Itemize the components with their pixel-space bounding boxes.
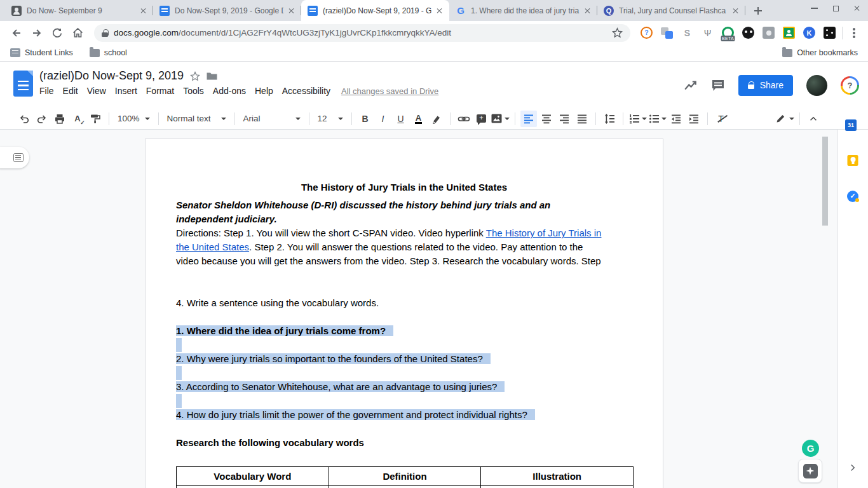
tab-close-icon[interactable] bbox=[585, 8, 591, 14]
tasks-panel-button[interactable]: ✓ bbox=[847, 191, 858, 202]
move-folder-icon[interactable] bbox=[207, 72, 217, 81]
menu-help[interactable]: Help bbox=[250, 85, 278, 97]
table-cell[interactable] bbox=[329, 486, 481, 488]
numbered-list-button[interactable] bbox=[628, 111, 647, 127]
highlight-color-button[interactable] bbox=[428, 111, 445, 127]
increase-indent-button[interactable] bbox=[686, 111, 702, 127]
tab-close-icon[interactable] bbox=[288, 8, 295, 14]
document-page[interactable]: The History of Jury Trials in the United… bbox=[145, 139, 663, 488]
classroom-extension-icon[interactable] bbox=[783, 27, 795, 39]
menu-format[interactable]: Format bbox=[142, 85, 179, 97]
clear-formatting-button[interactable]: T bbox=[713, 111, 729, 127]
show-outline-button[interactable] bbox=[0, 147, 29, 168]
font-size-select[interactable]: 12 bbox=[314, 111, 347, 127]
explore-button[interactable] bbox=[798, 459, 822, 483]
menu-addons[interactable]: Add-ons bbox=[208, 85, 250, 97]
google-docs-logo[interactable] bbox=[13, 71, 33, 97]
share-label: Share bbox=[760, 80, 783, 90]
zoom-select[interactable]: 100% bbox=[114, 111, 154, 127]
table-row[interactable] bbox=[177, 486, 634, 488]
help-button[interactable]: ? bbox=[841, 76, 859, 95]
tab-raziel-doc-active[interactable]: (raziel)Do Now-Sept 9, 2019 - G bbox=[301, 0, 449, 21]
insert-image-button[interactable] bbox=[491, 111, 510, 127]
add-comment-button[interactable] bbox=[473, 111, 490, 127]
help-extension-icon[interactable]: ? bbox=[641, 27, 653, 39]
line-spacing-button[interactable] bbox=[601, 111, 618, 127]
print-button[interactable] bbox=[51, 111, 68, 127]
align-right-button[interactable] bbox=[556, 111, 573, 127]
tab-google-search[interactable]: G 1. Where did the idea of jury tria bbox=[449, 0, 597, 21]
document-stats-icon[interactable] bbox=[684, 79, 698, 92]
share-button[interactable]: Share bbox=[738, 75, 793, 96]
other-bookmarks-button[interactable]: Other bookmarks bbox=[782, 48, 858, 57]
redo-button[interactable] bbox=[34, 111, 50, 127]
font-select[interactable]: Arial bbox=[240, 111, 304, 127]
translate-extension-icon[interactable] bbox=[661, 27, 673, 39]
close-window-button[interactable] bbox=[846, 0, 868, 17]
video-hyperlink[interactable]: the United States bbox=[176, 241, 249, 252]
show-side-panel-button[interactable] bbox=[848, 463, 858, 473]
comment-history-icon[interactable] bbox=[711, 79, 725, 92]
menu-edit[interactable]: Edit bbox=[58, 85, 83, 97]
menu-file[interactable]: File bbox=[35, 85, 58, 97]
antenna-extension-icon[interactable]: Ψ bbox=[702, 27, 714, 39]
bookmark-folder-school[interactable]: school bbox=[90, 48, 127, 57]
tab-close-icon[interactable] bbox=[437, 8, 443, 14]
decrease-indent-button[interactable] bbox=[668, 111, 684, 127]
align-center-button[interactable] bbox=[538, 111, 555, 127]
paragraph-styles-select[interactable]: Normal text bbox=[163, 111, 230, 127]
tab-do-now-september[interactable]: Do Now- September 9 bbox=[5, 0, 153, 21]
scrollbar-thumb[interactable] bbox=[822, 137, 828, 226]
maximize-button[interactable] bbox=[825, 0, 846, 17]
all-changes-saved-link[interactable]: All changes saved in Drive bbox=[341, 86, 438, 96]
kami-extension-icon[interactable]: K bbox=[803, 27, 815, 39]
new-tab-button[interactable] bbox=[749, 2, 767, 20]
bookmark-student-links[interactable]: Student Links bbox=[10, 48, 73, 57]
font-value: Arial bbox=[243, 114, 261, 123]
grammarly-button[interactable]: G bbox=[802, 440, 819, 457]
reload-button[interactable] bbox=[48, 24, 66, 42]
menu-insert[interactable]: Insert bbox=[111, 85, 142, 97]
italic-button[interactable]: I bbox=[375, 111, 391, 127]
keep-panel-button[interactable] bbox=[848, 155, 858, 166]
document-title[interactable]: (raziel)Do Now-Sept 9, 2019 bbox=[39, 69, 184, 83]
hide-menus-button[interactable] bbox=[805, 111, 822, 127]
tab-close-icon[interactable] bbox=[140, 8, 147, 14]
underline-button[interactable]: U bbox=[393, 111, 409, 127]
bulleted-list-button[interactable] bbox=[648, 111, 667, 127]
back-button[interactable] bbox=[8, 24, 25, 42]
table-cell[interactable] bbox=[177, 486, 329, 488]
minimize-button[interactable] bbox=[803, 0, 825, 17]
menu-view[interactable]: View bbox=[83, 85, 111, 97]
table-cell[interactable] bbox=[481, 486, 634, 488]
beta-extension-icon[interactable]: BETA bbox=[722, 27, 734, 39]
tab-close-icon[interactable] bbox=[733, 8, 739, 14]
paint-format-button[interactable] bbox=[87, 111, 104, 127]
menu-accessibility[interactable]: Accessibility bbox=[278, 85, 335, 97]
user-avatar[interactable] bbox=[806, 75, 827, 96]
browser-menu-icon[interactable] bbox=[853, 32, 855, 34]
justify-button[interactable] bbox=[574, 111, 590, 127]
star-document-icon[interactable] bbox=[190, 71, 200, 81]
bold-button[interactable]: B bbox=[357, 111, 374, 127]
share-graph-extension-icon[interactable] bbox=[824, 27, 836, 39]
s-extension-icon[interactable]: S bbox=[681, 27, 693, 39]
insert-link-button[interactable] bbox=[456, 111, 472, 127]
bookmark-star-icon[interactable] bbox=[612, 27, 623, 38]
owl-extension-icon[interactable] bbox=[742, 27, 754, 39]
video-hyperlink[interactable]: The History of Jury Trials in bbox=[486, 227, 602, 238]
forward-button[interactable] bbox=[28, 24, 46, 42]
calendar-panel-button[interactable]: 31 bbox=[845, 119, 857, 131]
home-button[interactable] bbox=[69, 24, 86, 42]
spellcheck-button[interactable]: A bbox=[69, 111, 86, 127]
editing-mode-button[interactable] bbox=[775, 111, 794, 127]
camera-extension-icon[interactable] bbox=[763, 27, 775, 39]
tab-do-now-doc[interactable]: Do Now-Sept 9, 2019 - Google D bbox=[153, 0, 301, 21]
align-left-button[interactable] bbox=[520, 111, 537, 127]
address-bar[interactable]: docs.google.com/document/d/1CjAG2FrY4qWt… bbox=[94, 24, 630, 42]
menu-tools[interactable]: Tools bbox=[179, 85, 208, 97]
tab-quizlet[interactable]: Q Trial, Jury and Counsel Flashca bbox=[597, 0, 745, 21]
undo-button[interactable] bbox=[16, 111, 32, 127]
doc-directions-line: Directions: Step 1. You will view the sh… bbox=[176, 226, 632, 240]
text-color-button[interactable]: A bbox=[410, 111, 427, 127]
